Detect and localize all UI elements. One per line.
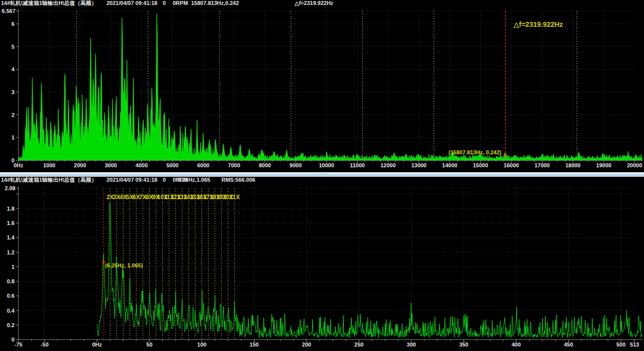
y-tick-label: 0.2 — [7, 322, 14, 328]
spectrum1-channel: 0 — [163, 0, 166, 6]
y-max-label: 6.567 — [1, 8, 15, 14]
spectrum1-trace — [18, 13, 642, 160]
spectrum1-deltaf-readout: △f=2319.922Hz — [295, 0, 333, 6]
x-tick-label: 10000 — [319, 162, 334, 168]
x-tick-label: 300 — [407, 342, 416, 348]
x-tick-label: 500 — [616, 342, 625, 348]
panel-splitter[interactable]: ···· — [0, 172, 644, 177]
y-max-label: 2.08 — [5, 185, 15, 191]
spectrum2-cursor-readout: 6.25Hz,1.065 — [178, 177, 210, 183]
spectrum2-datetime: 2021/04/07 09:41:18 — [107, 177, 157, 183]
spectrum2-plot[interactable]: 2X3X4X5X6X7X8X9X10X11X12X13X14X15X16X17X… — [0, 183, 644, 351]
cursor-annotation: (15807.813Hz, 0.242) — [448, 149, 502, 155]
y-tick-label: 1.2 — [7, 249, 14, 255]
x-tick-label: 14000 — [442, 162, 457, 168]
x-tick-label: 9000 — [290, 162, 302, 168]
y-tick-label: 0.6 — [7, 293, 14, 299]
splitter-grip-icon: ···· — [317, 173, 327, 176]
spectrum1-header: 14#轧机\减速箱1轴输出H\总值（高频） 2021/04/07 09:41:1… — [0, 0, 644, 6]
x-tick-label: 400 — [512, 342, 521, 348]
x-tick-label: 250 — [354, 342, 363, 348]
x-tick-label: 350 — [459, 342, 468, 348]
x-tick-label: 513 — [630, 342, 639, 348]
x-tick-label: 450 — [564, 342, 573, 348]
x-tick-label: 11000 — [350, 162, 365, 168]
spectrum1-rpm: 0RPM — [173, 0, 188, 6]
x-tick-label: 50 — [146, 342, 152, 348]
x-tick-label: 15000 — [473, 162, 488, 168]
spectrum1-title: 14#轧机\减速箱1轴输出H\总值（高频） — [1, 0, 97, 6]
spectrum2-trace — [97, 202, 642, 338]
x-tick-label: 13000 — [411, 162, 427, 168]
x-tick-label: 18000 — [565, 162, 581, 168]
spectrum1-plot[interactable]: 0Hz1000200030004000500060007000800090001… — [0, 6, 644, 172]
x-tick-label: 8000 — [259, 162, 271, 168]
y-tick-label: 2 — [11, 112, 14, 118]
x-tick-label: 1000 — [43, 162, 55, 168]
delta-f-label: △f=2319.922Hz — [513, 20, 563, 28]
spectrum2-channel: 0 — [163, 177, 166, 183]
x-tick-label: 200 — [302, 342, 311, 348]
y-tick-label: 3 — [11, 89, 14, 95]
y-tick-label: 1.4 — [7, 234, 15, 240]
x-tick-label: 19000 — [596, 162, 612, 168]
x-tick-label: 100 — [197, 342, 206, 348]
x-tick-label: 3000 — [105, 162, 116, 168]
x-tick-label: 5000 — [166, 162, 178, 168]
spectrum1-cursor-readout: 15807.813Hz,0.242 — [191, 0, 239, 6]
x-tick-label: 12000 — [381, 162, 396, 168]
spectrum1-datetime: 2021/04/07 09:41:18 — [107, 0, 157, 6]
y-tick-label: 0.4 — [7, 308, 15, 314]
spectrum2-header: 14#轧机\减速箱1轴输出H\总值（高频） 2021/04/07 09:41:1… — [0, 177, 644, 183]
x-tick-label: 6000 — [197, 162, 209, 168]
spectrum2-rms-readout: RMS:566.006 — [221, 177, 255, 183]
y-tick-label: 0 — [11, 157, 14, 163]
y-tick-label: 4 — [11, 66, 15, 72]
x-tick-label: 150 — [250, 342, 259, 348]
y-tick-label: 1.8 — [7, 206, 14, 212]
cursor-annotation: (6.25Hz, 1.065) — [105, 262, 143, 268]
x-tick-label: 17000 — [535, 162, 550, 168]
y-tick-label: 1 — [11, 264, 14, 270]
y-tick-label: 0.8 — [7, 278, 14, 284]
y-tick-label: 1 — [11, 134, 14, 140]
y-tick-label: 0 — [11, 337, 14, 343]
x-tick-label: 7000 — [228, 162, 240, 168]
spectrum2-title: 14#轧机\减速箱1轴输出H\总值（高频） — [1, 177, 97, 183]
x-tick-label: -50 — [41, 342, 49, 348]
y-tick-label: 1.6 — [7, 220, 14, 226]
x-tick-label: 0Hz — [13, 162, 23, 168]
y-tick-label: 5 — [11, 44, 14, 50]
x-tick-label: 2000 — [74, 162, 86, 168]
x-tick-label: -75 — [14, 342, 22, 348]
y-tick-label: 6 — [11, 21, 14, 27]
spectrum-analyzer-window: 14#轧机\减速箱1轴输出H\总值（高频） 2021/04/07 09:41:1… — [0, 0, 644, 351]
x-tick-label: 4000 — [135, 162, 147, 168]
x-tick-label: 16000 — [504, 162, 519, 168]
harmonic-label: 21X — [229, 194, 240, 201]
x-tick-label: 0Hz — [92, 342, 102, 348]
x-tick-label: 20000 — [627, 162, 643, 168]
